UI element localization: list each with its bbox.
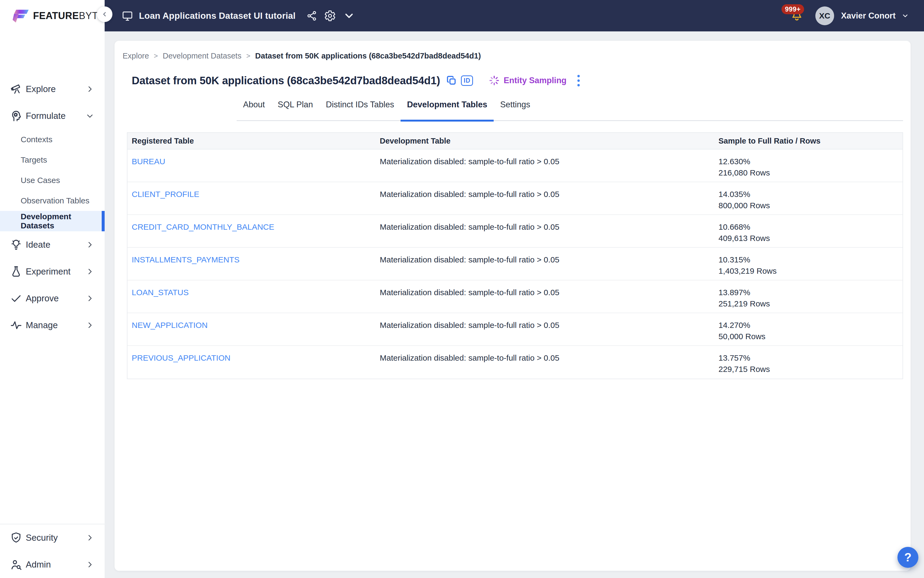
topbar: Loan Applications Dataset UI tutorial 99… <box>105 0 924 31</box>
registered-table-link[interactable]: CLIENT_PROFILE <box>132 190 199 198</box>
column-header-registered-table: Registered Table <box>127 136 375 145</box>
sample-ratio-value: 14.270% <box>718 320 903 331</box>
sidebar-bottom: Security Admin <box>0 524 105 578</box>
sidebar-item-approve[interactable]: Approve <box>0 285 105 312</box>
copy-icon[interactable] <box>446 75 457 86</box>
sidebar-item-targets[interactable]: Targets <box>0 150 105 170</box>
row-count-value: 251,219 Rows <box>718 298 903 309</box>
sidebar-item-formulate[interactable]: Formulate <box>0 102 105 129</box>
row-count-value: 216,080 Rows <box>718 167 903 179</box>
development-table-status: Materialization disabled: sample-to-full… <box>379 157 559 166</box>
page-title-row: Dataset from 50K applications (68ca3be54… <box>132 73 911 88</box>
avatar[interactable]: XC <box>815 6 834 25</box>
sample-ratio-value: 12.630% <box>718 156 903 167</box>
registered-table-link[interactable]: CREDIT_CARD_MONTHLY_BALANCE <box>132 222 274 231</box>
head-gear-icon <box>10 109 23 122</box>
entity-sampling-label: Entity Sampling <box>504 76 566 85</box>
table-row: LOAN_STATUS Materialization disabled: sa… <box>127 281 903 313</box>
pulse-icon <box>10 319 23 332</box>
spinner-icon <box>489 75 500 86</box>
tab-sql-plan[interactable]: SQL Plan <box>271 96 319 120</box>
tab-distinct-ids-tables[interactable]: Distinct IDs Tables <box>319 96 400 120</box>
notifications-button[interactable]: 999+ <box>791 10 803 22</box>
registered-table-link[interactable]: BUREAU <box>132 157 165 166</box>
row-count-value: 1,403,219 Rows <box>718 265 903 277</box>
row-count-value: 409,613 Rows <box>718 233 903 244</box>
entity-sampling[interactable]: Entity Sampling <box>489 75 566 86</box>
development-table-status: Materialization disabled: sample-to-full… <box>379 190 559 198</box>
user-menu-chevron-icon[interactable] <box>901 12 909 19</box>
notification-count-badge: 999+ <box>781 4 804 14</box>
help-button[interactable]: ? <box>897 547 918 568</box>
development-table-status: Materialization disabled: sample-to-full… <box>379 353 559 362</box>
chevron-right-icon <box>86 294 94 302</box>
chevron-left-icon <box>101 11 108 18</box>
featurebyte-logo-mark <box>12 5 30 26</box>
table-header-row: Registered Table Development Table Sampl… <box>127 133 903 149</box>
tab-settings[interactable]: Settings <box>494 96 537 120</box>
formulate-submenu: Contexts Targets Use Cases Observation T… <box>0 129 105 231</box>
telescope-icon <box>10 83 23 96</box>
development-table-status: Materialization disabled: sample-to-full… <box>379 321 559 330</box>
sidebar-item-ideate[interactable]: Ideate <box>0 231 105 258</box>
user-search-icon <box>10 558 23 571</box>
registered-table-link[interactable]: NEW_APPLICATION <box>132 321 207 330</box>
registered-table-link[interactable]: PREVIOUS_APPLICATION <box>132 353 230 362</box>
sidebar-item-contexts[interactable]: Contexts <box>0 129 105 150</box>
breadcrumb-separator: > <box>154 52 158 60</box>
sidebar-collapse-button[interactable] <box>97 6 112 22</box>
monitor-icon <box>121 10 134 22</box>
sidebar-item-security[interactable]: Security <box>0 524 105 551</box>
check-icon <box>10 292 23 305</box>
user-name: Xavier Conort <box>841 11 896 21</box>
sidebar-item-development-datasets[interactable]: Development Datasets <box>0 211 105 231</box>
column-header-sample-ratio: Sample to Full Ratio / Rows <box>714 136 903 145</box>
gear-icon[interactable] <box>324 10 336 22</box>
sample-ratio-value: 13.897% <box>718 287 903 298</box>
development-tables-table: Registered Table Development Table Sampl… <box>127 132 903 379</box>
logo[interactable]: FEATUREBYTE <box>0 0 105 31</box>
breadcrumb-item-explore[interactable]: Explore <box>123 52 149 60</box>
tab-about[interactable]: About <box>237 96 271 120</box>
active-indicator-bar <box>102 211 105 231</box>
registered-table-link[interactable]: INSTALLMENTS_PAYMENTS <box>132 255 240 264</box>
sidebar-item-use-cases[interactable]: Use Cases <box>0 170 105 190</box>
table-row: INSTALLMENTS_PAYMENTS Materialization di… <box>127 248 903 281</box>
development-table-status: Materialization disabled: sample-to-full… <box>379 288 559 297</box>
sidebar-item-explore[interactable]: Explore <box>0 76 105 102</box>
topbar-user-area: 999+ XC Xavier Conort <box>791 6 909 25</box>
development-table-status: Materialization disabled: sample-to-full… <box>379 222 559 231</box>
page-title: Dataset from 50K applications (68ca3be54… <box>132 75 440 87</box>
sidebar-item-experiment[interactable]: Experiment <box>0 258 105 285</box>
chevron-right-icon <box>86 534 94 542</box>
row-count-value: 800,000 Rows <box>718 200 903 211</box>
chevron-right-icon <box>86 560 94 568</box>
column-header-development-table: Development Table <box>375 136 714 145</box>
workspace-title: Loan Applications Dataset UI tutorial <box>139 11 296 21</box>
share-icon[interactable] <box>306 10 317 21</box>
sidebar: FEATUREBYTE Explore Formulate Contexts T… <box>0 0 105 578</box>
flask-icon <box>10 265 23 278</box>
breadcrumb-item-development-datasets[interactable]: Development Datasets <box>163 52 242 60</box>
chevron-down-icon <box>86 112 94 120</box>
breadcrumb-separator: > <box>246 52 250 60</box>
breadcrumb-item-current: Dataset from 50K applications (68ca3be54… <box>255 52 481 60</box>
tab-bar: About SQL Plan Distinct IDs Tables Devel… <box>237 96 903 121</box>
sidebar-item-observation-tables[interactable]: Observation Tables <box>0 190 105 211</box>
row-count-value: 229,715 Rows <box>718 364 903 375</box>
tab-development-tables[interactable]: Development Tables <box>400 96 494 120</box>
table-row: NEW_APPLICATION Materialization disabled… <box>127 313 903 346</box>
row-count-value: 50,000 Rows <box>718 331 903 342</box>
table-row: CREDIT_CARD_MONTHLY_BALANCE Materializat… <box>127 215 903 248</box>
sidebar-nav: Explore Formulate Contexts Targets Use C… <box>0 76 105 339</box>
registered-table-link[interactable]: LOAN_STATUS <box>132 288 189 297</box>
id-badge-icon[interactable]: ID <box>461 75 473 86</box>
sidebar-item-manage[interactable]: Manage <box>0 312 105 339</box>
development-table-status: Materialization disabled: sample-to-full… <box>379 255 559 264</box>
sample-ratio-value: 10.668% <box>718 221 903 233</box>
shield-check-icon <box>10 531 23 544</box>
kebab-menu-icon[interactable] <box>577 75 580 86</box>
sidebar-item-admin[interactable]: Admin <box>0 551 105 578</box>
chevron-down-icon[interactable] <box>343 10 355 22</box>
table-row: CLIENT_PROFILE Materialization disabled:… <box>127 182 903 215</box>
